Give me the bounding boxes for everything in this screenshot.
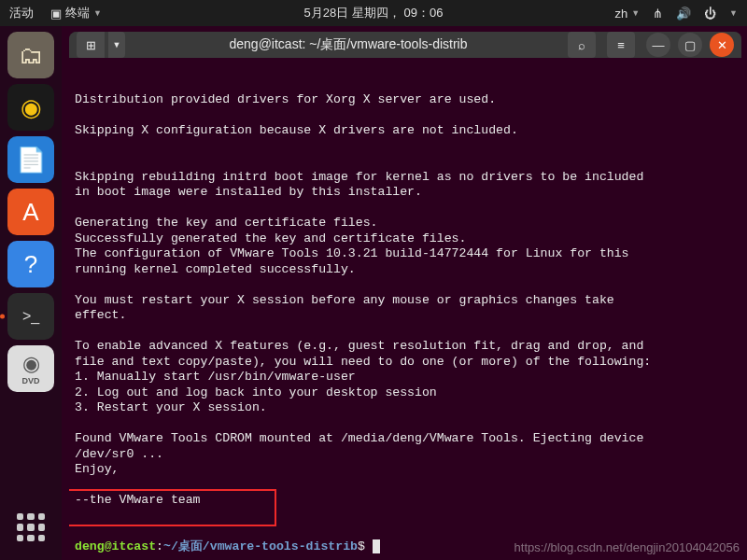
chevron-down-icon: ▼ [93,8,102,18]
clock[interactable]: 5月28日 星期四， 09：06 [304,5,444,21]
terminal-window: ⊞ ▼ deng@itcast: ~/桌面/vmware-tools-distr… [69,32,741,554]
menu-icon: ≡ [617,38,625,52]
watermark-text: https://blog.csdn.net/dengjin20104042056 [514,540,740,554]
terminal-output: Distribution provided drivers for Xorg X… [75,92,736,509]
terminal-cursor [373,539,380,553]
terminal-indicator-icon: ▣ [50,7,62,21]
maximize-icon: ▢ [684,38,696,52]
minimize-button[interactable]: — [646,33,670,57]
tab-menu-button[interactable]: ▼ [108,32,125,58]
libreoffice-writer-icon[interactable]: 📄 [7,136,54,183]
hamburger-menu-button[interactable]: ≡ [607,32,635,58]
show-applications-button[interactable] [7,504,54,551]
power-icon[interactable]: ⏻ [704,7,716,21]
dvd-media-icon[interactable]: ◉ DVD [7,345,54,392]
window-titlebar: ⊞ ▼ deng@itcast: ~/桌面/vmware-tools-distr… [69,32,741,58]
maximize-button[interactable]: ▢ [678,33,702,57]
prompt-path: ~/桌面/vmware-tools-distrib [163,539,358,553]
running-indicator-icon [0,315,5,319]
ubuntu-software-icon[interactable]: A [7,189,54,235]
input-method-label: zh [614,7,627,21]
help-icon[interactable]: ? [7,241,54,287]
app-menu-label: 终端 [65,5,90,21]
chevron-down-icon: ▼ [113,40,121,49]
input-method-indicator[interactable]: zh ▼ [614,7,640,21]
chevron-down-icon: ▼ [631,8,640,18]
prompt-end: $ [358,539,365,553]
terminal-content[interactable]: Distribution provided drivers for Xorg X… [69,58,741,554]
volume-icon[interactable]: 🔊 [676,7,691,21]
app-menu[interactable]: ▣ 终端 ▼ [50,5,102,21]
ubuntu-dock: 🗂 ◉ 📄 A ? >_ ◉ DVD [0,26,62,560]
gnome-topbar: 活动 ▣ 终端 ▼ 5月28日 星期四， 09：06 zh ▼ ⋔ 🔊 ⏻ ▼ [0,0,747,26]
files-icon[interactable]: 🗂 [7,32,54,78]
activities-button[interactable]: 活动 [9,5,34,21]
search-icon: ⌕ [578,38,585,52]
terminal-dock-icon[interactable]: >_ [7,293,54,340]
close-button[interactable]: ✕ [710,33,734,57]
new-tab-button[interactable]: ⊞ [77,32,105,58]
close-icon: ✕ [717,38,727,52]
prompt-user: deng@itcast [75,539,156,553]
window-title: deng@itcast: ~/桌面/vmware-tools-distrib [129,36,568,53]
search-button[interactable]: ⌕ [568,32,596,58]
rhythmbox-icon[interactable]: ◉ [7,84,54,131]
minimize-icon: — [653,38,665,52]
prompt-separator: : [156,539,163,553]
new-tab-icon: ⊞ [86,38,96,52]
chevron-down-icon: ▼ [729,8,738,18]
network-icon[interactable]: ⋔ [653,7,663,21]
